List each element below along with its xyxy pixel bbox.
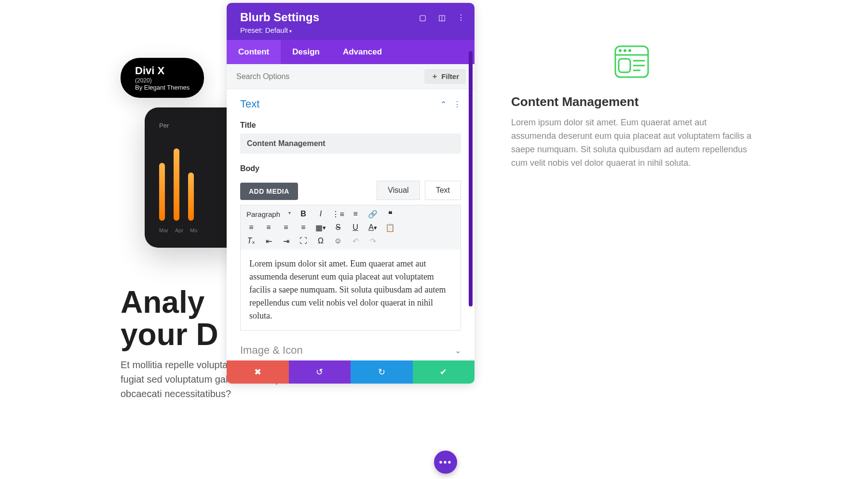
- align-right-icon[interactable]: ≡: [281, 223, 291, 232]
- section-kebab-icon[interactable]: ⋮: [453, 100, 461, 109]
- align-center-icon[interactable]: ≡: [264, 223, 273, 232]
- blurb-title: Content Management: [511, 94, 752, 109]
- fullscreen-icon[interactable]: ⛶: [298, 236, 308, 246]
- strikethrough-icon[interactable]: S: [333, 223, 343, 232]
- bullet-list-icon[interactable]: ⋮≡: [333, 209, 343, 219]
- preset-selector[interactable]: Preset: Default: [240, 26, 461, 34]
- chart-month-labels: MarAprMo: [159, 227, 227, 233]
- collapse-icon[interactable]: ⌃: [440, 100, 447, 109]
- kebab-icon[interactable]: ⋮: [456, 13, 466, 22]
- cancel-button[interactable]: ✖: [227, 360, 289, 384]
- svg-point-2: [619, 49, 622, 52]
- filter-button[interactable]: ＋Filter: [424, 69, 466, 84]
- blurb-body: Lorem ipsum dolor sit amet. Eum quaerat …: [511, 116, 752, 170]
- editor-tab-visual[interactable]: Visual: [377, 181, 420, 200]
- tab-design[interactable]: Design: [281, 40, 331, 64]
- device-pill: Divi X (2020) By Elegant Themes: [121, 58, 204, 98]
- rich-text-toolbar: Paragraph B I ⋮≡ ≡ 🔗 ❝ ≡ ≡ ≡ ≡ ▦▾ S U A▾…: [240, 205, 461, 250]
- bold-icon[interactable]: B: [298, 209, 308, 219]
- undo-icon[interactable]: ↶: [351, 236, 360, 246]
- body-editor[interactable]: Lorem ipsum dolor sit amet. Eum quaerat …: [240, 250, 461, 331]
- chevron-down-icon[interactable]: ⌄: [455, 346, 461, 355]
- underline-icon[interactable]: U: [351, 223, 360, 232]
- editor-tab-text[interactable]: Text: [425, 181, 461, 200]
- fab-more-button[interactable]: •••: [434, 451, 457, 474]
- number-list-icon[interactable]: ≡: [351, 209, 360, 219]
- modal-scrollbar[interactable]: [469, 51, 473, 306]
- title-input[interactable]: Content Management: [240, 133, 461, 154]
- quote-icon[interactable]: ❝: [385, 209, 395, 219]
- search-input[interactable]: [235, 72, 424, 81]
- plus-icon: ＋: [431, 72, 438, 81]
- align-justify-icon[interactable]: ≡: [298, 223, 308, 232]
- format-selector[interactable]: Paragraph: [246, 210, 291, 218]
- blurb-module-preview: Content Management Lorem ipsum dolor sit…: [511, 43, 752, 170]
- section-image-heading[interactable]: Image & Icon: [240, 344, 303, 357]
- undo-button[interactable]: ↺: [289, 360, 351, 384]
- content-window-icon: [612, 43, 651, 80]
- text-color-icon[interactable]: A▾: [368, 223, 378, 232]
- outdent-icon[interactable]: ⇤: [264, 236, 273, 246]
- chart-label: Per: [159, 122, 227, 129]
- paste-icon[interactable]: 📋: [385, 223, 395, 232]
- svg-point-3: [624, 49, 626, 52]
- section-text-heading[interactable]: Text: [240, 98, 259, 110]
- body-field-label: Body: [240, 164, 461, 173]
- chart-bars: [159, 139, 227, 221]
- modal-footer: ✖ ↺ ↻ ✔: [227, 360, 475, 384]
- svg-point-4: [628, 49, 631, 52]
- search-bar: ＋Filter: [227, 64, 475, 89]
- tab-advanced[interactable]: Advanced: [331, 40, 393, 64]
- link-icon[interactable]: 🔗: [368, 209, 378, 219]
- emoji-icon[interactable]: ☺: [333, 236, 343, 246]
- clear-format-icon[interactable]: Tₓ: [246, 236, 256, 246]
- italic-icon[interactable]: I: [316, 209, 326, 219]
- tab-content[interactable]: Content: [227, 40, 281, 64]
- device-year: (2020): [135, 77, 190, 84]
- redo-icon[interactable]: ↷: [368, 236, 378, 246]
- align-left-icon[interactable]: ≡: [246, 223, 256, 232]
- device-name: Divi X: [135, 65, 190, 77]
- omega-icon[interactable]: Ω: [316, 236, 326, 246]
- columns-icon[interactable]: ◫: [437, 13, 447, 22]
- settings-modal: Blurb Settings Preset: Default ▢ ◫ ⋮ Con…: [227, 3, 475, 384]
- modal-header: Blurb Settings Preset: Default ▢ ◫ ⋮: [227, 3, 475, 40]
- indent-icon[interactable]: ⇥: [281, 236, 291, 246]
- add-media-button[interactable]: ADD MEDIA: [240, 183, 298, 200]
- expand-icon[interactable]: ▢: [418, 13, 427, 22]
- svg-rect-5: [619, 59, 630, 72]
- device-by: By Elegant Themes: [135, 84, 190, 91]
- title-field-label: Title: [240, 121, 461, 130]
- modal-tabs: Content Design Advanced: [227, 40, 475, 64]
- table-icon[interactable]: ▦▾: [316, 223, 326, 232]
- save-button[interactable]: ✔: [413, 360, 475, 384]
- redo-button[interactable]: ↻: [351, 360, 413, 384]
